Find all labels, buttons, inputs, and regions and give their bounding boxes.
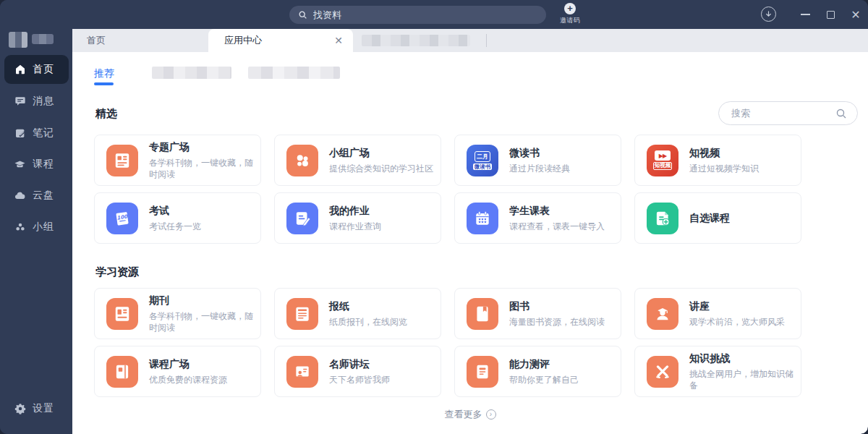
subtab-redacted[interactable]: [248, 67, 340, 79]
minimize-button[interactable]: [794, 0, 816, 29]
sidebar-item-messages[interactable]: 消息: [4, 87, 69, 116]
book-icon: [467, 298, 498, 330]
tab-home-label: 首页: [87, 34, 106, 47]
app-card-desc: 海量图书资源，在线阅读: [509, 316, 605, 328]
tab-home[interactable]: 首页: [72, 29, 208, 52]
resources-row-1: 期刊 各学科刊物，一键收藏，随时阅读 报纸 纸质报刊，在线阅览 图书: [94, 288, 801, 339]
tabbar: 首页 应用中心 ✕: [72, 29, 868, 52]
app-card-title: 我的作业: [329, 204, 381, 218]
zhi-video-logo-icon: ▶▶ 知视频: [647, 145, 678, 176]
newspaper-icon: [286, 298, 318, 330]
invite-code-label: 邀请码: [554, 16, 586, 25]
home-icon: [14, 64, 26, 76]
app-card-title: 专题广场: [149, 140, 253, 154]
app-card-desc: 各学科刊物，一键收藏，随时阅读: [149, 157, 253, 180]
featured-row-1: 专题广场 各学科刊物，一键收藏，随时阅读 小组广场 提供综合类知识的学习社区 二…: [94, 135, 801, 186]
graduation-cap-icon: [14, 158, 26, 171]
app-card-title: 小组广场: [329, 146, 433, 160]
sidebar-item-home[interactable]: 首页: [4, 55, 69, 84]
sidebar-item-groups[interactable]: 小组: [4, 213, 69, 242]
close-button[interactable]: ✕: [845, 0, 867, 29]
app-card-title: 名师讲坛: [329, 357, 390, 371]
main-content: 推荐 精选 专题广场 各学科刊物，一键收藏，随时阅读: [72, 52, 868, 434]
sidebar-item-label: 消息: [33, 95, 54, 108]
app-card-lectures[interactable]: 讲座 观学术前沿，览大师风采: [634, 288, 801, 339]
sidebar: 首页 消息 笔记 课程 云盘: [0, 29, 72, 434]
assessment-document-icon: [467, 356, 498, 388]
tab-close-icon[interactable]: ✕: [334, 35, 343, 46]
app-card-course-square[interactable]: 课程广场 优质免费的课程资源: [94, 346, 261, 397]
subtab-recommended[interactable]: 推荐: [94, 67, 114, 82]
sidebar-item-cloud-drive[interactable]: 云盘: [4, 181, 69, 210]
app-card-student-timetable[interactable]: 学生课表 课程查看，课表一键导入: [454, 192, 621, 244]
search-icon: [298, 10, 307, 20]
app-search-input[interactable]: [731, 108, 831, 119]
micro-reader-logo-top: 二月: [475, 151, 490, 162]
message-icon: [14, 95, 26, 108]
app-card-desc: 优质免费的课程资源: [149, 374, 227, 386]
sidebar-item-label: 笔记: [33, 127, 54, 140]
app-card-elective-courses[interactable]: 自选课程: [634, 192, 801, 244]
app-card-desc: 考试任务一览: [149, 221, 201, 232]
tab-app-center[interactable]: 应用中心 ✕: [208, 29, 353, 52]
app-card-title: 知识挑战: [689, 352, 793, 365]
periodical-icon: [106, 298, 138, 330]
global-search-box[interactable]: [289, 6, 546, 24]
app-search-box[interactable]: [718, 101, 858, 125]
zhi-video-logo-band: 知视频: [653, 162, 673, 170]
subtab-row: 推荐: [94, 65, 114, 84]
app-card-desc: 课程查看，课表一键导入: [509, 221, 605, 232]
app-card-group-square[interactable]: 小组广场 提供综合类知识的学习社区: [274, 135, 441, 186]
view-more-button[interactable]: 查看更多 ›: [72, 408, 868, 421]
download-arrow-icon: [765, 10, 773, 18]
app-card-topic-square[interactable]: 专题广场 各学科刊物，一键收藏，随时阅读: [94, 135, 261, 186]
app-card-micro-reader[interactable]: 二月 微读书 微读书 通过片段读经典: [454, 135, 621, 186]
lecture-graduate-icon: [647, 298, 678, 330]
teacher-board-icon: [286, 356, 318, 388]
maximize-button[interactable]: [820, 0, 841, 29]
topbar: + 邀请码 ✕: [0, 0, 868, 29]
app-card-newspaper[interactable]: 报纸 纸质报刊，在线阅览: [274, 288, 441, 339]
note-pencil-icon: [14, 127, 26, 140]
homework-pencil-icon: [286, 203, 318, 234]
app-card-my-homework[interactable]: 我的作业 课程作业查询: [274, 192, 441, 244]
app-card-periodicals[interactable]: 期刊 各学科刊物，一键收藏，随时阅读: [94, 288, 261, 339]
sidebar-item-label: 设置: [33, 402, 54, 415]
section-title-featured: 精选: [95, 107, 117, 121]
cloud-icon: [14, 190, 26, 202]
app-card-books[interactable]: 图书 海量图书资源，在线阅读: [454, 288, 621, 339]
app-card-exam[interactable]: 100 考试 考试任务一览: [94, 192, 261, 244]
group-icon: [14, 221, 26, 234]
tab-redacted[interactable]: [362, 35, 470, 46]
sidebar-item-settings[interactable]: 设置: [4, 394, 69, 423]
group-dots-icon: [286, 145, 318, 176]
logo-blurred-block: [9, 32, 27, 48]
app-card-title: 图书: [509, 299, 605, 313]
app-card-desc: 挑战全网用户，增加知识储备: [689, 368, 793, 391]
minimize-icon: [801, 14, 810, 15]
play-icon: ▶▶: [655, 150, 671, 161]
app-logo: [9, 32, 55, 48]
app-card-title: 能力测评: [509, 357, 579, 371]
app-card-knowledge-challenge[interactable]: 知识挑战 挑战全网用户，增加知识储备: [634, 346, 801, 397]
invite-code-button[interactable]: + 邀请码: [554, 3, 586, 27]
app-card-desc: 帮助你更了解自己: [509, 374, 579, 386]
sidebar-item-label: 首页: [33, 63, 54, 76]
app-card-zhi-video[interactable]: ▶▶ 知视频 知视频 通过短视频学知识: [634, 135, 801, 186]
app-card-title: 课程广场: [149, 357, 227, 371]
app-card-title: 知视频: [689, 146, 759, 160]
sidebar-item-notes[interactable]: 笔记: [4, 119, 69, 148]
sidebar-item-courses[interactable]: 课程: [4, 150, 69, 179]
download-button[interactable]: [761, 7, 776, 22]
app-card-ability-assessment[interactable]: 能力测评 帮助你更了解自己: [454, 346, 621, 397]
gear-icon: [14, 403, 26, 415]
sidebar-item-label: 小组: [33, 221, 54, 234]
view-more-label: 查看更多: [445, 408, 482, 421]
app-card-desc: 课程作业查询: [329, 221, 381, 232]
global-search-input[interactable]: [313, 9, 537, 20]
subtab-redacted[interactable]: [152, 67, 231, 79]
calendar-icon: [467, 203, 498, 234]
exam-paper-icon: 100: [106, 203, 138, 234]
app-card-title: 微读书: [509, 146, 570, 160]
app-card-famous-teachers[interactable]: 名师讲坛 天下名师皆我师: [274, 346, 441, 397]
